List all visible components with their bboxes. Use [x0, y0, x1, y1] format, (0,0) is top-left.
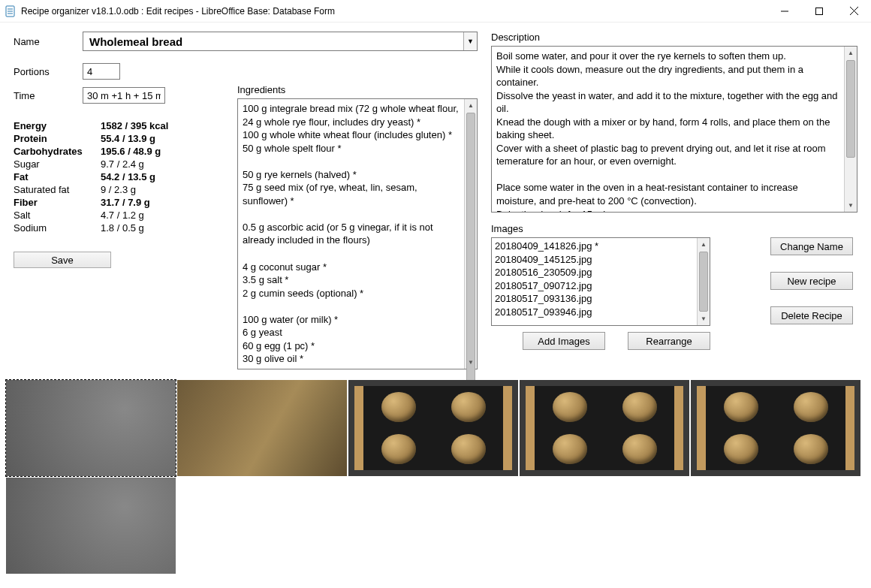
nutrition-value: 4.7 / 1.2 g	[101, 210, 144, 221]
thumbnail[interactable]	[520, 380, 689, 476]
thumbnail-strip	[0, 375, 871, 583]
nutrition-value: 1582 / 395 kcal	[101, 120, 168, 131]
time-label: Time	[14, 90, 83, 101]
nutrition-value: 31.7 / 7.9 g	[101, 197, 150, 208]
portions-input[interactable]	[83, 63, 120, 80]
nutrition-label: Fat	[14, 171, 101, 182]
nutrition-row: Sugar9.7 / 2.4 g	[14, 158, 224, 170]
ingredients-content: 100 g integrale bread mix (72 g whole wh…	[238, 99, 464, 369]
image-list-item[interactable]: 20180517_093946.jpg	[495, 306, 694, 319]
nutrition-label: Energy	[14, 120, 101, 131]
nutrition-label: Sodium	[14, 222, 101, 234]
save-button[interactable]: Save	[14, 252, 111, 268]
name-value: Wholemeal bread	[89, 35, 182, 48]
maximize-button[interactable]	[802, 0, 836, 23]
chevron-down-icon[interactable]: ▼	[463, 32, 477, 50]
document-icon	[5, 5, 17, 17]
nutrition-value: 9 / 2.3 g	[101, 184, 136, 195]
svg-rect-5	[816, 8, 823, 14]
nutrition-table: Energy1582 / 395 kcalProtein55.4 / 13.9 …	[14, 120, 224, 234]
scroll-down-icon[interactable]: ▼	[698, 312, 710, 325]
nutrition-value: 55.4 / 13.9 g	[101, 133, 155, 144]
nutrition-label: Saturated fat	[14, 184, 101, 195]
nutrition-row: Fiber31.7 / 7.9 g	[14, 197, 224, 208]
images-listbox[interactable]: 20180409_141826.jpg *20180409_145125.jpg…	[491, 237, 710, 326]
ingredients-label: Ingredients	[237, 84, 478, 95]
ingredients-textarea[interactable]: 100 g integrale bread mix (72 g whole wh…	[237, 98, 478, 369]
titlebar: Recipe organizer v18.1.0.odb : Edit reci…	[0, 0, 871, 23]
ingredients-scrollbar[interactable]: ▲ ▼	[464, 99, 477, 369]
nutrition-row: Protein55.4 / 13.9 g	[14, 133, 224, 144]
thumbnail[interactable]	[6, 478, 176, 574]
nutrition-value: 9.7 / 2.4 g	[101, 158, 144, 170]
time-input[interactable]	[83, 87, 165, 104]
nutrition-row: Energy1582 / 395 kcal	[14, 120, 224, 131]
name-combobox[interactable]: Wholemeal bread ▼	[83, 32, 478, 51]
description-textarea[interactable]: Boil some water, and pour it over the ry…	[491, 46, 857, 213]
close-button[interactable]	[836, 0, 871, 23]
scroll-thumb[interactable]	[846, 60, 855, 158]
nutrition-label: Salt	[14, 210, 101, 221]
nutrition-row: Saturated fat9 / 2.3 g	[14, 184, 224, 195]
image-list-item[interactable]: 20180409_141826.jpg *	[495, 240, 694, 253]
nutrition-label: Sugar	[14, 158, 101, 170]
thumbnail[interactable]	[177, 380, 347, 476]
portions-label: Portions	[14, 66, 83, 77]
add-images-button[interactable]: Add Images	[523, 332, 605, 350]
image-list-item[interactable]: 20180517_093136.jpg	[495, 292, 694, 306]
nutrition-value: 195.6 / 48.9 g	[101, 146, 161, 157]
nutrition-label: Fiber	[14, 197, 101, 208]
image-list-item[interactable]: 20180516_230509.jpg	[495, 266, 694, 279]
scroll-up-icon[interactable]: ▲	[698, 238, 710, 251]
thumbnail[interactable]	[691, 380, 860, 476]
change-name-button[interactable]: Change Name	[770, 237, 853, 255]
image-list-item[interactable]: 20180409_145125.jpg	[495, 253, 694, 267]
scroll-thumb[interactable]	[699, 252, 708, 312]
description-label: Description	[491, 32, 857, 43]
nutrition-label: Protein	[14, 133, 101, 144]
nutrition-row: Salt4.7 / 1.2 g	[14, 210, 224, 221]
images-scrollbar[interactable]: ▲ ▼	[697, 238, 710, 325]
window-title: Recipe organizer v18.1.0.odb : Edit reci…	[21, 6, 335, 17]
minimize-button[interactable]	[767, 0, 802, 23]
images-label: Images	[491, 223, 857, 234]
nutrition-row: Sodium1.8 / 0.5 g	[14, 222, 224, 234]
nutrition-value: 1.8 / 0.5 g	[101, 222, 144, 234]
scroll-down-icon[interactable]: ▼	[845, 199, 857, 212]
name-label: Name	[14, 36, 83, 47]
scroll-up-icon[interactable]: ▲	[465, 99, 477, 112]
description-scrollbar[interactable]: ▲ ▼	[844, 47, 857, 212]
image-list-item[interactable]: 20180517_090712.jpg	[495, 279, 694, 293]
nutrition-label: Carbohydrates	[14, 146, 101, 157]
scroll-down-icon[interactable]: ▼	[465, 356, 477, 369]
scroll-up-icon[interactable]: ▲	[845, 47, 857, 59]
thumbnail[interactable]	[6, 380, 176, 476]
rearrange-button[interactable]: Rearrange	[628, 332, 710, 350]
description-content: Boil some water, and pour it over the ry…	[492, 47, 844, 212]
thumbnail[interactable]	[348, 380, 518, 476]
nutrition-row: Carbohydrates195.6 / 48.9 g	[14, 146, 224, 157]
nutrition-row: Fat54.2 / 13.5 g	[14, 171, 224, 182]
nutrition-value: 54.2 / 13.5 g	[101, 171, 155, 182]
delete-recipe-button[interactable]: Delete Recipe	[770, 306, 853, 324]
new-recipe-button[interactable]: New recipe	[770, 272, 853, 290]
